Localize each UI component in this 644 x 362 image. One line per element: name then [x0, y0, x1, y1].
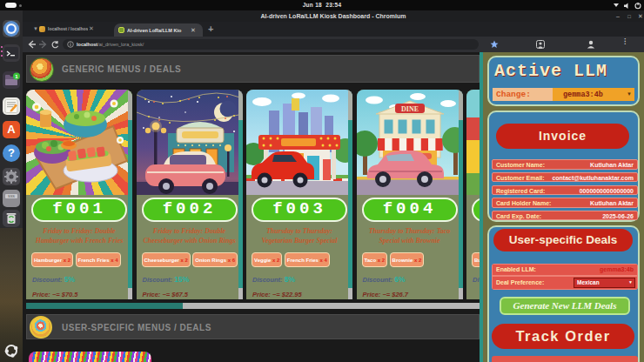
svg-text:DINE: DINE: [400, 105, 418, 113]
